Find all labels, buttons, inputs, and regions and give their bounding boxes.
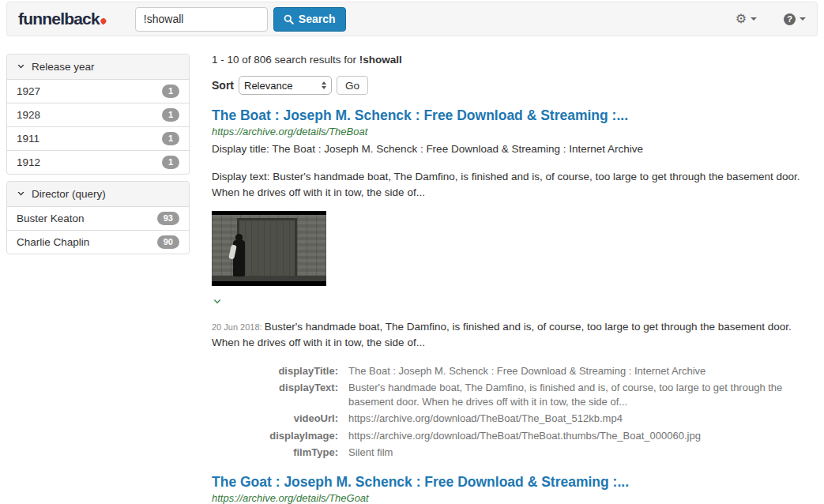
metadata-row: filmType: Silent film (212, 444, 816, 461)
facet-item-label: 1911 (17, 133, 40, 145)
result-display-title: Display title: The Boat : Joseph M. Sche… (212, 141, 816, 157)
help-icon: ? (784, 13, 796, 25)
facet-count-badge: 93 (157, 212, 179, 225)
search-icon (284, 14, 294, 24)
caret-down-icon (751, 17, 757, 21)
result-date-snippet: Buster's handmade boat, The Damfino, is … (212, 321, 792, 348)
result-display-text: Display text: Buster's handmade boat, Th… (212, 169, 816, 201)
metadata-key: videoUrl: (212, 410, 338, 427)
metadata-table: displayTitle: The Boat : Joseph M. Schen… (212, 363, 816, 461)
metadata-key: filmType: (212, 444, 338, 461)
facet-item-buster-keaton[interactable]: Buster Keaton 93 (7, 207, 189, 230)
top-navbar: funnelback Search ⚙ ? (6, 2, 818, 36)
metadata-value: https://archive.org/download/TheBoat/The… (338, 410, 816, 427)
logo-text: funnelback (18, 9, 100, 28)
facet-item-1928[interactable]: 1928 1 (7, 103, 189, 126)
facet-item-label: Charlie Chaplin (17, 236, 89, 248)
facet-item-label: Buster Keaton (17, 213, 85, 224)
metadata-value: The Boat : Joseph M. Schenck : Free Down… (338, 363, 816, 380)
metadata-key: displayText: (212, 379, 338, 410)
search-button-label: Search (299, 13, 336, 25)
gear-icon: ⚙ (736, 13, 747, 25)
sort-label: Sort (212, 79, 234, 92)
facet-item-charlie-chaplin[interactable]: Charlie Chaplin 90 (7, 230, 189, 254)
metadata-key: displayTitle: (212, 363, 338, 380)
facet-item-1927[interactable]: 1927 1 (7, 80, 189, 103)
facet-count-badge: 1 (162, 156, 179, 169)
metadata-value: Silent film (338, 444, 816, 461)
caret-down-icon (800, 17, 806, 21)
result-url[interactable]: https://archive.org/details/TheGoat (212, 492, 816, 504)
select-stepper-icon (322, 81, 326, 89)
metadata-key: displayImage: (212, 427, 338, 445)
funnelback-logo[interactable]: funnelback (18, 9, 107, 28)
search-result-1: The Boat : Joseph M. Schenck : Free Down… (212, 107, 816, 461)
sort-select[interactable]: Relevance (239, 76, 332, 95)
results-summary: 1 - 10 of 806 search results for !showal… (212, 54, 816, 66)
go-button[interactable]: Go (337, 76, 368, 95)
metadata-row: displayImage: https://archive.org/downlo… (212, 427, 816, 445)
facet-heading-director[interactable]: Director (query) (7, 182, 189, 207)
facet-count-badge: 1 (162, 108, 179, 122)
facet-heading-release-year[interactable]: Release year (7, 55, 189, 80)
help-dropdown[interactable]: ? (784, 13, 806, 25)
expand-chevron-icon[interactable] (212, 297, 223, 307)
facet-director: Director (query) Buster Keaton 93 Charli… (6, 181, 190, 254)
facet-release-year: Release year 1927 1 1928 1 1911 1 1912 1 (6, 54, 190, 175)
results-area: 1 - 10 of 806 search results for !showal… (212, 36, 816, 504)
metadata-row: displayText: Buster's handmade boat, The… (212, 379, 816, 410)
metadata-row: videoUrl: https://archive.org/download/T… (212, 410, 816, 427)
facet-item-1912[interactable]: 1912 1 (7, 150, 189, 174)
result-title-link[interactable]: The Boat : Joseph M. Schenck : Free Down… (212, 107, 816, 124)
sort-form: Sort Relevance Go (212, 76, 816, 95)
result-date-text: 20 Jun 2018:Buster's handmade boat, The … (212, 319, 816, 352)
search-result-2: The Goat : Joseph M. Schenck : Free Down… (212, 474, 816, 504)
summary-query: !showall (359, 54, 402, 66)
metadata-value: https://archive.org/download/TheBoat/The… (338, 427, 816, 445)
result-title-link[interactable]: The Goat : Joseph M. Schenck : Free Down… (212, 474, 816, 491)
chevron-down-icon (17, 62, 25, 71)
facet-title: Release year (32, 61, 95, 73)
result-date: 20 Jun 2018: (212, 322, 262, 332)
facet-item-label: 1927 (17, 85, 40, 97)
settings-dropdown[interactable]: ⚙ (736, 13, 757, 25)
metadata-row: displayTitle: The Boat : Joseph M. Schen… (212, 363, 816, 380)
facet-title: Director (query) (32, 188, 106, 200)
logo-dot-icon (100, 17, 107, 25)
facet-item-1911[interactable]: 1911 1 (7, 126, 189, 150)
chevron-down-icon (17, 190, 25, 198)
facet-item-label: 1912 (17, 156, 40, 168)
result-url[interactable]: https://archive.org/details/TheBoat (212, 126, 816, 137)
summary-text: 1 - 10 of 806 search results for (212, 54, 359, 66)
facet-count-badge: 90 (157, 235, 179, 249)
result-thumbnail[interactable] (212, 211, 326, 286)
sort-selected-value: Relevance (244, 80, 322, 92)
search-input[interactable] (135, 7, 268, 32)
metadata-value: Buster's handmade boat, The Damfino, is … (338, 379, 816, 410)
facet-sidebar: Release year 1927 1 1928 1 1911 1 1912 1 (6, 36, 190, 254)
facet-count-badge: 1 (162, 132, 179, 145)
facet-item-label: 1928 (17, 109, 40, 121)
facet-count-badge: 1 (162, 85, 179, 98)
search-button[interactable]: Search (273, 7, 346, 32)
